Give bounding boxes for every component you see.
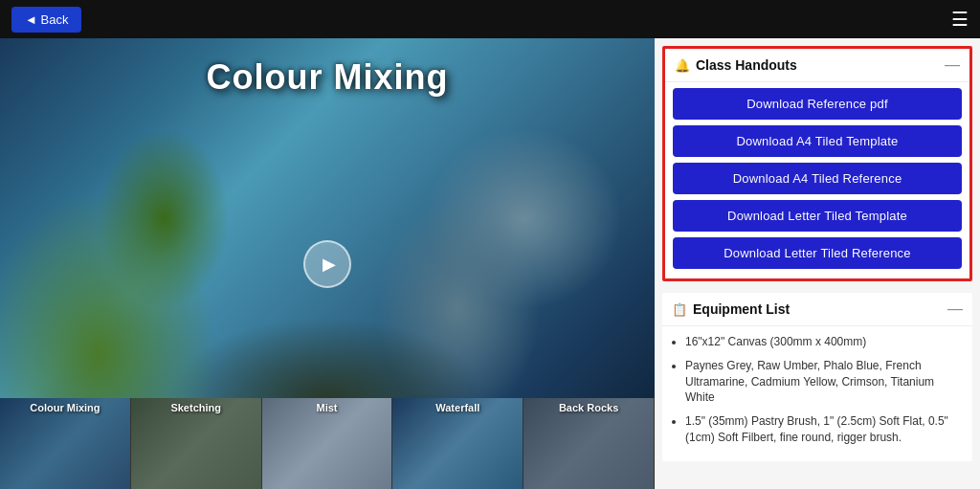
- handouts-header: 🔔 Class Handouts —: [665, 49, 969, 82]
- download-a4-tiled-template-button[interactable]: Download A4 Tiled Template: [673, 125, 962, 157]
- equipment-header: 📋 Equipment List —: [662, 293, 972, 326]
- thumbnail-label: Sketching: [131, 402, 261, 413]
- handouts-title: 🔔 Class Handouts: [675, 57, 797, 73]
- top-bar: ◄ Back ☰: [0, 0, 980, 38]
- equipment-icon: 📋: [672, 302, 687, 317]
- list-item[interactable]: Sketching: [131, 398, 262, 489]
- right-sidebar: 🔔 Class Handouts — Download Reference pd…: [655, 38, 980, 489]
- back-button[interactable]: ◄ Back: [11, 7, 81, 33]
- thumbnail-label: Colour Mixing: [0, 402, 130, 413]
- list-item: Paynes Grey, Raw Umber, Phalo Blue, Fren…: [685, 358, 963, 406]
- thumbnail-strip: Colour Mixing Sketching Mist Waterfall B…: [0, 398, 655, 489]
- download-reference-pdf-button[interactable]: Download Reference pdf: [673, 88, 962, 120]
- video-area: Colour Mixing Colour Mixing Sketching Mi…: [0, 38, 655, 489]
- list-item[interactable]: Waterfall: [392, 398, 523, 489]
- thumbnail-label: Back Rocks: [523, 402, 654, 413]
- bell-icon: 🔔: [675, 58, 690, 73]
- equipment-title: 📋 Equipment List: [672, 301, 790, 317]
- list-item[interactable]: Back Rocks: [523, 398, 655, 489]
- list-item[interactable]: Mist: [262, 398, 393, 489]
- main-content: Colour Mixing Colour Mixing Sketching Mi…: [0, 38, 980, 489]
- download-a4-tiled-reference-button[interactable]: Download A4 Tiled Reference: [673, 163, 962, 194]
- list-item[interactable]: Colour Mixing: [0, 398, 131, 489]
- download-letter-tiled-reference-button[interactable]: Download Letter Tiled Reference: [673, 237, 962, 269]
- thumbnail-label: Waterfall: [392, 402, 523, 413]
- hamburger-icon[interactable]: ☰: [951, 8, 969, 31]
- list-item: 1.5" (35mm) Pastry Brush, 1" (2.5cm) Sof…: [685, 413, 963, 446]
- equipment-section: 📋 Equipment List — 16"x12" Canvas (300mm…: [662, 293, 972, 461]
- handouts-minimize-button[interactable]: —: [945, 56, 960, 74]
- download-letter-tiled-template-button[interactable]: Download Letter Tiled Template: [673, 200, 962, 232]
- equipment-list: 16"x12" Canvas (300mm x 400mm) Paynes Gr…: [662, 326, 972, 446]
- play-button[interactable]: [303, 240, 351, 288]
- thumbnail-label: Mist: [262, 402, 392, 413]
- video-title: Colour Mixing: [207, 57, 449, 98]
- handouts-section: 🔔 Class Handouts — Download Reference pd…: [662, 46, 972, 281]
- equipment-minimize-button[interactable]: —: [947, 300, 963, 318]
- list-item: 16"x12" Canvas (300mm x 400mm): [685, 334, 963, 350]
